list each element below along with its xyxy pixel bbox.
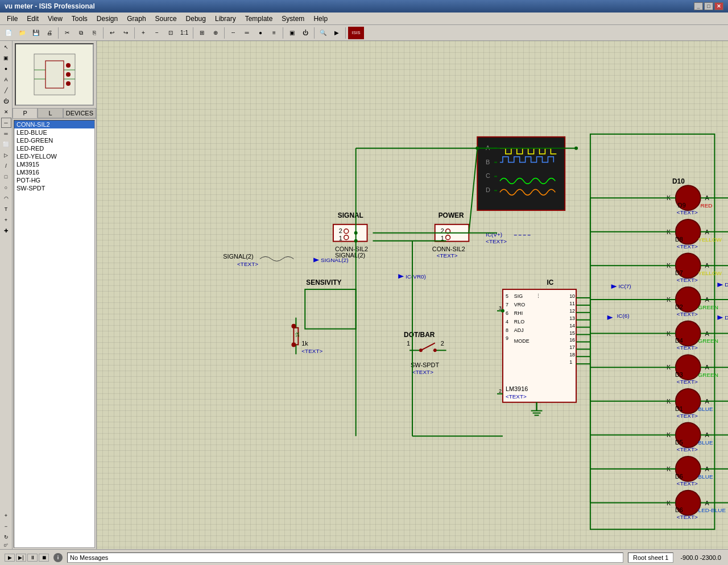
tb-open[interactable]: 📁: [16, 27, 28, 39]
svg-text:ADJ: ADJ: [514, 327, 524, 333]
step-forward-button[interactable]: ▶|: [16, 554, 26, 562]
lt-power[interactable]: ⏻: [1, 96, 11, 106]
tb-sim[interactable]: ▶: [330, 27, 343, 39]
svg-text:⋮: ⋮: [536, 293, 541, 299]
tb-undo[interactable]: ↩: [106, 27, 118, 39]
panel-tab-devices[interactable]: DEVICES: [63, 108, 96, 118]
lt-junction[interactable]: ●: [1, 64, 11, 74]
menu-graph[interactable]: Graph: [122, 14, 150, 24]
lt-wire[interactable]: ─: [1, 118, 11, 128]
device-sw-spdt[interactable]: SW-SPDT: [14, 184, 94, 192]
svg-text:1: 1: [569, 359, 572, 365]
device-lm3915[interactable]: LM3915: [14, 160, 94, 168]
svg-text:<TEXT>: <TEXT>: [301, 348, 322, 354]
tb-save[interactable]: 💾: [30, 27, 42, 39]
svg-text:<TEXT>: <TEXT>: [677, 277, 698, 283]
svg-text:17: 17: [569, 344, 575, 350]
status-sheet: Root sheet 1: [628, 552, 673, 563]
lt-select[interactable]: ↖: [1, 42, 11, 52]
tb-redo[interactable]: ↪: [119, 27, 132, 39]
tb-zoom-fit[interactable]: ⊡: [164, 27, 177, 39]
device-led-green[interactable]: LED-GREEN: [14, 136, 94, 144]
sep1: [58, 27, 59, 39]
tb-zoom-100[interactable]: 1:1: [178, 27, 191, 39]
tb-comp[interactable]: ▣: [286, 27, 298, 39]
lt-line[interactable]: /: [1, 161, 11, 171]
lt-rotate-label: 0°: [4, 543, 9, 548]
stop-button[interactable]: ⏹: [39, 554, 49, 562]
lt-zoom-plus[interactable]: +: [1, 510, 11, 521]
svg-marker-21: [398, 274, 404, 279]
svg-point-218: [354, 231, 358, 235]
tb-paste[interactable]: ⎘: [88, 27, 101, 39]
menu-edit[interactable]: Edit: [22, 14, 43, 24]
menu-file[interactable]: File: [2, 14, 22, 24]
sep5: [224, 27, 225, 39]
tb-print[interactable]: 🖨: [43, 27, 56, 39]
tb-copy[interactable]: ⧉: [75, 27, 87, 39]
lt-wire-label[interactable]: A: [1, 74, 11, 85]
lt-bus-entry[interactable]: ╱: [1, 85, 11, 95]
svg-text:9: 9: [506, 335, 508, 341]
lt-noconn[interactable]: ✕: [1, 107, 11, 117]
pause-button[interactable]: ⏸: [27, 554, 38, 562]
toolbar: 📄 📁 💾 🖨 ✂ ⧉ ⎘ ↩ ↪ + − ⊡ 1:1 ⊞ ⊕ ╌ ═ ● ≡ …: [0, 25, 728, 41]
lt-marker[interactable]: ✚: [1, 226, 11, 236]
svg-text:IC: IC: [547, 279, 553, 286]
tb-wire[interactable]: ╌: [227, 27, 239, 39]
device-led-blue[interactable]: LED-BLUE: [14, 128, 94, 136]
lt-circle[interactable]: ○: [1, 182, 11, 193]
lt-port[interactable]: ▷: [1, 150, 11, 160]
menu-source[interactable]: Source: [151, 14, 181, 24]
menu-system[interactable]: System: [277, 14, 309, 24]
panel-tab-p[interactable]: P: [13, 108, 38, 118]
lt-zoom-minus[interactable]: −: [1, 521, 11, 531]
tb-zoom-out[interactable]: −: [151, 27, 163, 39]
tb-label[interactable]: ≡: [268, 27, 280, 39]
lt-sub[interactable]: ⬜: [1, 139, 11, 149]
tb-isis[interactable]: ISIS: [348, 27, 364, 39]
tb-probe[interactable]: 🔍: [317, 27, 329, 39]
device-pot-hg[interactable]: POT-HG: [14, 176, 94, 184]
menu-tools[interactable]: Tools: [67, 14, 92, 24]
menu-debug[interactable]: Debug: [181, 14, 210, 24]
tb-grid[interactable]: ⊞: [196, 27, 208, 39]
svg-text:POWER: POWER: [439, 211, 464, 219]
device-lm3916[interactable]: LM3916: [14, 168, 94, 176]
lt-component[interactable]: ▣: [1, 53, 11, 63]
statusbar: ▶ ▶| ⏸ ⏹ i No Messages Root sheet 1 -900…: [0, 549, 728, 565]
tb-power[interactable]: ⏻: [299, 27, 312, 39]
menu-template[interactable]: Template: [241, 14, 278, 24]
tb-new[interactable]: 📄: [2, 27, 15, 39]
svg-text:<TEXT>: <TEXT>: [437, 252, 458, 259]
svg-text:A: A: [486, 144, 490, 151]
menu-help[interactable]: Help: [309, 14, 332, 24]
canvas-area[interactable]: .wire { stroke: #006400; stroke-width: 2…: [97, 41, 728, 549]
close-button[interactable]: ✕: [714, 2, 723, 10]
svg-text:D: D: [486, 186, 490, 193]
device-conn-sil2[interactable]: CONN-SIL2: [14, 121, 94, 128]
tb-bus[interactable]: ═: [241, 27, 253, 39]
maximize-button[interactable]: □: [704, 2, 713, 10]
lt-rotate[interactable]: ↻: [1, 532, 11, 542]
lt-box[interactable]: □: [1, 172, 11, 182]
menu-library[interactable]: Library: [210, 14, 241, 24]
device-led-yellow[interactable]: LED-YELLOW: [14, 152, 94, 160]
svg-text:7: 7: [506, 302, 508, 308]
play-button[interactable]: ▶: [5, 554, 15, 562]
lt-arc[interactable]: ◠: [1, 193, 11, 203]
tb-junction[interactable]: ●: [254, 27, 267, 39]
device-led-red[interactable]: LED-RED: [14, 144, 94, 152]
tb-origin[interactable]: ⊕: [209, 27, 222, 39]
devices-list[interactable]: CONN-SIL2 LED-BLUE LED-GREEN LED-RED LED…: [14, 120, 95, 548]
panel: P L DEVICES CONN-SIL2 LED-BLUE LED-GREEN…: [13, 41, 97, 549]
menu-view[interactable]: View: [43, 14, 67, 24]
lt-text[interactable]: T: [1, 204, 11, 214]
minimize-button[interactable]: _: [694, 2, 703, 10]
lt-bus[interactable]: ═: [1, 128, 11, 139]
tb-cut[interactable]: ✂: [61, 27, 73, 39]
panel-tab-l[interactable]: L: [38, 108, 63, 118]
lt-symbol[interactable]: +: [1, 215, 11, 225]
menu-design[interactable]: Design: [92, 14, 122, 24]
tb-zoom-in[interactable]: +: [137, 27, 150, 39]
